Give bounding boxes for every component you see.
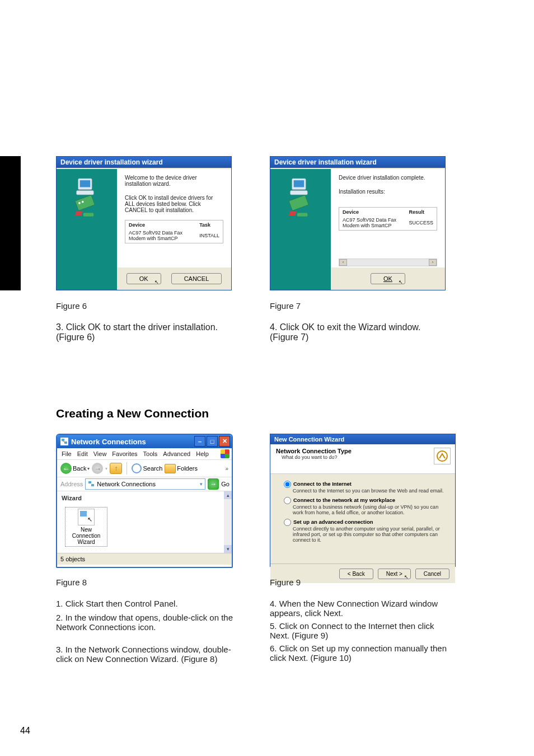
para2: 4. Click OK to exit the Wizard window. (…: [270, 322, 449, 342]
address-bar: Address Network Connections ▾ → Go: [57, 477, 232, 491]
svg-point-19: [437, 451, 447, 461]
next-label: Next >: [386, 571, 402, 577]
address-field[interactable]: Network Connections ▾: [85, 478, 205, 490]
step3: 3. In the Network Connections window, do…: [56, 645, 235, 664]
cancel-button[interactable]: Cancel: [415, 569, 449, 579]
dropdown-icon[interactable]: ▾: [200, 481, 203, 487]
ok-button[interactable]: OK ↖: [127, 273, 161, 284]
step1: 1. Click Start then Control Panel.: [56, 599, 235, 608]
wizard-a-sidebar: [57, 169, 117, 290]
page-number: 44: [20, 726, 30, 736]
figure7-label: Figure 7: [270, 301, 301, 311]
maximize-button[interactable]: □: [207, 436, 218, 447]
scroll-right-icon[interactable]: ›: [429, 259, 437, 266]
side-tab: [0, 156, 21, 290]
menu-view[interactable]: View: [93, 450, 107, 457]
svg-rect-2: [77, 191, 94, 195]
wizard-b-content: Device driver installation complete. Ins…: [331, 169, 445, 267]
wb-r1c1: AC97 SoftV92 Data Fax Modem with SmartCP: [340, 217, 405, 229]
option-advanced[interactable]: Set up an advanced connection Connect di…: [284, 519, 446, 543]
wa-col1: Device: [127, 222, 196, 228]
menu-help[interactable]: Help: [196, 450, 209, 457]
opt1-title: Connect to the Internet: [293, 481, 352, 487]
svg-rect-17: [88, 481, 91, 483]
svg-rect-10: [291, 191, 308, 195]
svg-rect-12: [289, 212, 297, 215]
ncw-title: New Connection Wizard: [270, 434, 455, 444]
new-connection-wizard-item[interactable]: ↖ New Connection Wizard: [65, 507, 107, 547]
opt2-desc: Connect to a business network (using dia…: [293, 504, 446, 515]
explorer-title: Network Connections: [71, 438, 146, 446]
scroll-up-icon[interactable]: ▴: [224, 491, 232, 499]
menu-tools[interactable]: Tools: [143, 450, 158, 457]
step4: 4. When the New Connection Wizard window…: [270, 599, 449, 618]
menu-favorites[interactable]: Favorites: [112, 450, 137, 457]
scroll-left-icon[interactable]: ‹: [339, 259, 347, 266]
explorer-body: Wizard ↖ New Connection Wizard ▴ ▾: [57, 491, 232, 553]
menu-edit[interactable]: Edit: [77, 450, 88, 457]
minimize-button[interactable]: –: [194, 436, 205, 447]
up-button[interactable]: ↑: [110, 463, 122, 474]
install-wizard-start: Device driver installation wizard Welcom…: [56, 156, 232, 290]
search-label: Search: [143, 465, 162, 472]
opt3-desc: Connect directly to another computer usi…: [293, 526, 446, 543]
svg-rect-11: [289, 195, 308, 211]
cancel-button[interactable]: CANCEL: [171, 273, 222, 284]
opt2-title: Connect to the network at my workplace: [293, 497, 395, 503]
para1: 3. Click OK to start the driver installa…: [56, 322, 235, 342]
radio-workplace[interactable]: [284, 497, 291, 504]
next-button[interactable]: Next > ↖: [378, 569, 411, 579]
ncw-h2: What do you want to do?: [282, 454, 449, 460]
wizard-b-line1: Device driver installation complete.: [339, 175, 437, 181]
network-icon: [88, 481, 95, 487]
folders-button[interactable]: Folders: [165, 464, 198, 473]
ok-label: OK: [139, 275, 148, 282]
svg-rect-6: [75, 212, 83, 215]
vertical-scrollbar[interactable]: ▴ ▾: [224, 491, 232, 553]
install-wizard-complete: Device driver installation wizard Device…: [270, 156, 446, 290]
svg-rect-18: [91, 484, 94, 486]
folders-icon: [165, 464, 176, 473]
option-workplace[interactable]: Connect to the network at my workplace C…: [284, 497, 446, 515]
menu-advanced[interactable]: Advanced: [163, 450, 190, 457]
forward-button[interactable]: →: [92, 463, 103, 474]
step2: 2. In the window that opens, double-clic…: [56, 613, 235, 632]
back-button[interactable]: ← Back ▾: [60, 463, 90, 474]
scroll-down-icon[interactable]: ▾: [224, 545, 232, 553]
new-connection-wizard: New Connection Wizard Network Connection…: [270, 434, 456, 567]
ok-button[interactable]: OK ↖: [371, 273, 405, 284]
svg-rect-14: [62, 439, 64, 441]
ncw-header-icon: [434, 448, 451, 464]
ncw-header: Network Connection Type What do you want…: [270, 444, 455, 474]
back-icon: ←: [60, 463, 72, 474]
close-button[interactable]: ✕: [219, 436, 230, 447]
go-button[interactable]: →: [208, 478, 219, 490]
cursor-icon: ↖: [404, 574, 409, 580]
wb-col2: Result: [406, 209, 435, 215]
explorer-titlebar: Network Connections – □ ✕: [57, 435, 232, 448]
wb-hscroll[interactable]: ‹ ›: [339, 259, 437, 266]
wizard-b-image: [278, 177, 323, 222]
wizard-b-title: Device driver installation wizard: [270, 157, 445, 168]
wizard-a-image: [64, 177, 109, 222]
toolbar-chevron-icon[interactable]: »: [225, 466, 228, 472]
menu-file[interactable]: File: [62, 450, 72, 457]
radio-internet[interactable]: [284, 481, 291, 488]
wizard-a-buttons: OK ↖ CANCEL: [117, 267, 231, 290]
go-label: Go: [221, 481, 229, 487]
wb-col1: Device: [340, 209, 405, 215]
figure8-label: Figure 8: [56, 577, 87, 587]
wizard-b-sidebar: [270, 169, 331, 290]
radio-advanced[interactable]: [284, 519, 291, 526]
windows-logo-icon: [221, 449, 229, 458]
svg-rect-1: [80, 180, 90, 187]
address-value: Network Connections: [97, 481, 156, 487]
ok-label: OK: [383, 275, 392, 282]
search-button[interactable]: Search: [132, 463, 162, 473]
status-bar: 5 objects: [57, 553, 232, 565]
step6: 6. Click on Set up my connection manuall…: [270, 644, 449, 663]
back-button[interactable]: < Back: [339, 569, 373, 579]
option-internet[interactable]: Connect to the Internet Connect to the I…: [284, 481, 446, 494]
svg-rect-15: [64, 442, 67, 444]
explorer-menubar: File Edit View Favorites Tools Advanced …: [57, 448, 232, 460]
